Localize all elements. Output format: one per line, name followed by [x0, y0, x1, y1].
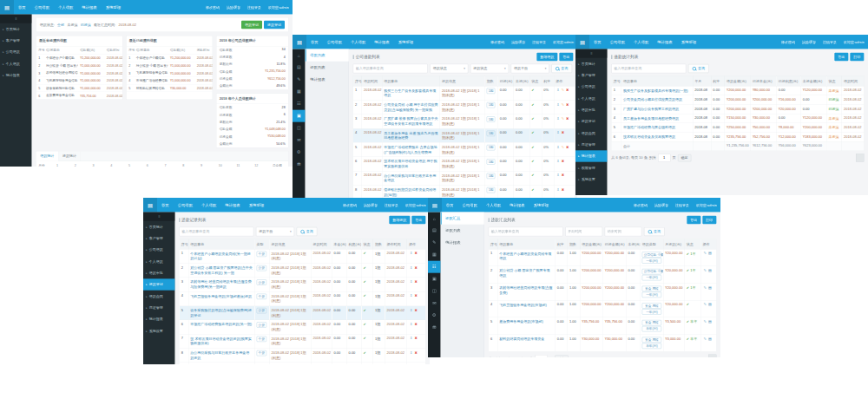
submenu-item[interactable]: 还款列表: [441, 225, 484, 237]
delete-icon[interactable]: ✖: [562, 187, 564, 192]
cell-reason[interactable]: 飞机票报销备用金借款(市场部差旅)还款: [188, 291, 254, 305]
download-icon[interactable]: ⇩: [556, 88, 559, 93]
navbar-menu-item[interactable]: 首页: [157, 198, 174, 213]
page-number-input[interactable]: [536, 355, 548, 357]
navbar-user-item[interactable]: 注销登录: [244, 0, 265, 15]
table-row[interactable]: 4 飞机票报销备用金借款 ¥1,000,000.00 2018-08-02: [36, 77, 122, 85]
table-row[interactable]: 4 员工差旅备用金及项目考察经费借款 2018-08 0.00 ¥150,000…: [612, 114, 865, 123]
download-icon[interactable]: ⇩: [410, 308, 412, 312]
cell-reason[interactable]: 市场推广活动经费预支 含展会场地(广告物料制作)与人员住宿费用: [382, 143, 440, 157]
delete-icon[interactable]: ✖: [414, 350, 417, 355]
download-icon[interactable]: ⇩: [556, 102, 559, 107]
sidebar-collapse-toggle[interactable]: ≡: [0, 15, 32, 23]
sidebar-item[interactable]: ▸ 凭证管理: [575, 139, 608, 150]
navbar-user-item[interactable]: 欢迎您:admin: [549, 35, 577, 49]
download-icon[interactable]: ⇩: [556, 145, 559, 149]
rail-module-icon[interactable]: ▦: [293, 86, 306, 98]
header-action-button[interactable]: 新增借款: [536, 53, 557, 62]
navbar-menu-item[interactable]: 首页: [589, 35, 606, 49]
cell-reason[interactable]: 员工差旅备用金及项目考察经费借款: [621, 114, 693, 123]
navbar-menu-item[interactable]: 首页: [14, 0, 30, 15]
download-icon[interactable]: ⇩: [410, 350, 412, 355]
navbar-user-item[interactable]: 注销登录: [672, 198, 693, 213]
table-row[interactable]: 1 个体经营户小额借款 ¥1,200,000.00 2018-08-02: [36, 55, 122, 62]
sidebar-item[interactable]: ▸ 系统设置: [143, 325, 175, 337]
view-icon[interactable]: ▤: [708, 285, 712, 290]
navbar-user-item[interactable]: 清除缓存: [508, 35, 529, 49]
submenu-item[interactable]: 还款列表: [306, 62, 349, 74]
table-row[interactable]: 5 差旅费用备用金借款(市场部) 0.00 1.00 ¥35,756.00 ¥3…: [489, 317, 716, 335]
submenu-item[interactable]: 统计报表: [441, 237, 484, 249]
rail-module-icon[interactable]: ◫: [293, 122, 306, 134]
edit-icon[interactable]: ✎: [704, 285, 707, 290]
navbar-user-item[interactable]: 注销登录: [529, 35, 549, 49]
table-row[interactable]: 1 2018-08-02 购买三台生产设备及配套模具专项借款 2018-08-0…: [353, 86, 575, 100]
table-row[interactable]: 5 市场推广活动经费与展会物料借款 2018-08 0.00 ¥250,000.…: [612, 123, 865, 133]
table-row[interactable]: 6 材料款结算周转借款专项资金 0.00 1.00 ¥30,000.00 ¥30…: [489, 335, 716, 352]
filter-link[interactable]: 已还清: [81, 23, 91, 28]
navbar-user-item[interactable]: 修改密码: [339, 198, 360, 213]
search-button[interactable]: 查询: [551, 64, 572, 73]
table-row[interactable]: 9 偿还银行到期贷款过桥资金周转借款(短期)还款 公贷 2018-08-02 […: [180, 363, 426, 364]
table-row[interactable]: 1 购买生产设备及配套模具的专项借款(一期) 2018-08 0.00 ¥200…: [612, 86, 865, 95]
rail-module-icon[interactable]: ▤: [293, 62, 306, 74]
rail-module-icon[interactable]: ✎: [293, 74, 306, 86]
delete-icon[interactable]: ✖: [414, 337, 417, 341]
cell-reason[interactable]: 购买三台生产设备及配套模具专项借款: [382, 86, 440, 100]
cell-reason[interactable]: 偿还银行到期贷款过桥资金周转借款(短期)还款: [188, 363, 254, 364]
search-input[interactable]: [611, 64, 686, 74]
delete-icon[interactable]: ✖: [562, 131, 564, 135]
submenu-item[interactable]: 统计报表: [306, 74, 349, 86]
navbar-user-item[interactable]: 清除缓存: [360, 198, 381, 213]
delete-icon[interactable]: ✖: [414, 322, 417, 326]
edit-icon[interactable]: ✎: [562, 88, 564, 93]
edit-icon[interactable]: ✎: [704, 252, 707, 256]
sidebar-item[interactable]: ▸ 还款登记: [143, 278, 175, 290]
edit-icon[interactable]: ✎: [562, 145, 564, 149]
navbar-menu-item[interactable]: 统计报表: [653, 35, 676, 49]
search-input[interactable]: [179, 227, 253, 237]
cell-reason[interactable]: 个体经营户小额借款资金周转(第一期还款计划): [188, 249, 254, 263]
cell-reason[interactable]: 技术研发项目启动资金借款 用于购置实验检测仪器: [382, 157, 440, 171]
delete-icon[interactable]: ✖: [566, 88, 569, 93]
download-icon[interactable]: ⇩: [410, 337, 412, 341]
sidebar-item[interactable]: ▸ 权限管理: [575, 162, 608, 173]
edit-icon[interactable]: ✎: [562, 116, 564, 121]
scroll-top-button[interactable]: [856, 154, 864, 161]
delete-icon[interactable]: ✖: [414, 308, 417, 312]
rail-module-icon[interactable]: ⛃: [293, 159, 306, 171]
navbar-user-item[interactable]: 欢迎您:admin: [840, 35, 868, 49]
search-button[interactable]: 查询: [644, 227, 665, 236]
table-row[interactable]: 7 技 术研发项目启动资金借款还款(购置实验检测仪器) 个贷 2018-08-0…: [180, 334, 426, 348]
sidebar-item[interactable]: ▸ 借款审批: [143, 267, 175, 278]
sidebar-item[interactable]: ▸ 借款合同: [143, 291, 175, 302]
sidebar-item[interactable]: ▸ 客户管理: [0, 35, 32, 46]
edit-icon[interactable]: ✎: [704, 268, 707, 272]
rail-module-icon[interactable]: ⚙: [428, 310, 441, 322]
header-action-button[interactable]: 导出: [559, 53, 573, 62]
cell-reason[interactable]: 公司资金周转小额支付供应商货款借款: [621, 95, 693, 105]
sidebar-item[interactable]: ▸ 公司借款: [575, 81, 608, 92]
rail-module-icon[interactable]: ◫: [428, 285, 441, 298]
rail-module-icon[interactable]: ⌂: [428, 213, 441, 225]
download-icon[interactable]: ⇩: [556, 159, 559, 163]
rail-module-icon[interactable]: ⛃: [428, 322, 441, 334]
header-action-button[interactable]: 导出: [834, 53, 848, 62]
header-action-button[interactable]: 导出: [411, 216, 425, 225]
navbar-user-item[interactable]: 修改密码: [630, 198, 651, 213]
cell-reason[interactable]: 市场推广活动经费与展会物料借款: [621, 123, 693, 133]
navbar-menu-item[interactable]: 公司借款: [458, 198, 482, 213]
go-to-page-button[interactable]: 确定: [678, 154, 691, 161]
cell-reason[interactable]: 办公用品采购与日常行政开支备用金借款: [382, 171, 440, 185]
delete-icon[interactable]: ✖: [414, 279, 417, 284]
navbar-menu-item[interactable]: 系统管理: [245, 198, 268, 213]
sidebar-item[interactable]: ▸ 统计报表: [0, 69, 32, 81]
navbar-menu-item[interactable]: 统计报表: [505, 198, 529, 213]
table-row[interactable]: 2 对公转贷 小额 固定资产购置借款(含中央空调设备安装工程款) 第一期 公贷 …: [180, 264, 426, 278]
download-icon[interactable]: ⇩: [410, 294, 412, 298]
navbar-menu-item[interactable]: 系统管理: [677, 35, 700, 49]
sidebar-item[interactable]: ▸ 系统设置: [575, 173, 608, 185]
sidebar-item[interactable]: ▸ 还款登记: [575, 115, 608, 127]
delete-icon[interactable]: ✖: [566, 145, 569, 149]
table-row[interactable]: 6 市场推广活动经费预支借款还款(第一期) 公贷 2018-08-02 [201…: [180, 320, 426, 334]
